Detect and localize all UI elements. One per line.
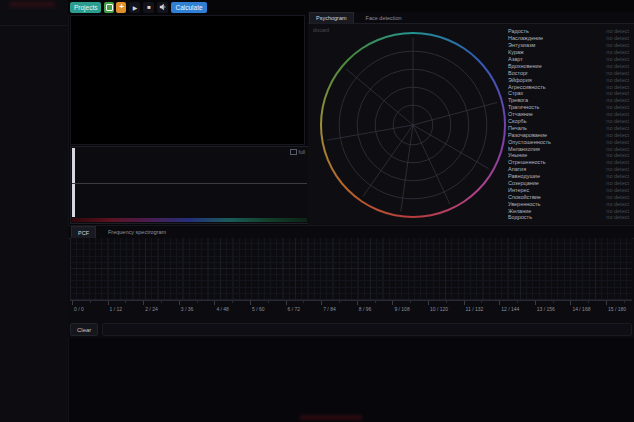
axis-tick-label: 5 / 60 <box>252 306 265 312</box>
emotion-name: Опустошенность <box>508 139 551 145</box>
axis-minor-tick <box>588 301 589 303</box>
waveform-panel[interactable]: full <box>70 146 309 224</box>
axis-minor-tick <box>90 301 91 303</box>
emotion-row: Меланхолияno detect <box>508 145 629 152</box>
axis-tick <box>143 301 144 305</box>
emotion-value: no detect <box>606 63 629 69</box>
axis-tick <box>250 301 251 305</box>
axis-tick <box>72 301 73 305</box>
full-zoom-toggle[interactable]: full <box>290 149 305 155</box>
emotion-name: Меланхолия <box>508 146 540 152</box>
emotion-value: no detect <box>606 28 629 34</box>
axis-tick-label: 0 / 0 <box>74 306 84 312</box>
emotion-name: Агрессивность <box>508 84 546 90</box>
axis-tick <box>535 301 536 305</box>
axis-minor-tick <box>303 301 304 303</box>
tab-frequency-spectrogram[interactable]: Frequency spectrogram <box>102 226 172 238</box>
unreadable-text-artifact <box>300 415 362 420</box>
tab-face-detection[interactable]: Face detection <box>360 12 408 23</box>
emotion-name: Апатия <box>508 166 526 172</box>
axis-minor-tick <box>232 301 233 303</box>
emotion-row: Разочарованиеno detect <box>508 131 629 138</box>
emotion-row: Куражno detect <box>508 49 629 56</box>
axis-tick <box>179 301 180 305</box>
emotion-row: Отрешенностьno detect <box>508 159 629 166</box>
seek-strip[interactable] <box>102 323 632 336</box>
axis-minor-tick <box>125 301 126 303</box>
waveform-zero-line <box>72 183 307 184</box>
axis-tick <box>464 301 465 305</box>
emotion-name: Интерес <box>508 187 529 193</box>
emotion-name: Азарт <box>508 56 523 62</box>
analysis-panel: Psychogram Face detection discard Радост… <box>308 12 634 225</box>
axis-tick-label: 14 / 168 <box>572 306 590 312</box>
emotion-row: Тревогаno detect <box>508 97 629 104</box>
axis-tick <box>214 301 215 305</box>
media-button[interactable] <box>104 2 114 13</box>
emotion-name: Вдохновение <box>508 63 542 69</box>
polar-grid <box>320 32 506 218</box>
emotion-value: no detect <box>606 111 629 117</box>
emotion-row: Наслаждениеno detect <box>508 35 629 42</box>
emotion-name: Уверенность <box>508 201 541 207</box>
emotion-row: Агрессивностьno detect <box>508 83 629 90</box>
emotion-name: Разочарование <box>508 132 547 138</box>
axis-tick-label: 6 / 72 <box>288 306 301 312</box>
tab-psychogram[interactable]: Psychogram <box>309 12 354 23</box>
plus-icon: + <box>119 3 124 11</box>
emotion-value: no detect <box>606 180 629 186</box>
emotion-value: no detect <box>606 152 629 158</box>
emotion-value: no detect <box>606 159 629 165</box>
spectrogram-controls: Clear <box>70 323 632 336</box>
emotion-name: Спокойствие <box>508 194 541 200</box>
axis-tick-label: 4 / 48 <box>216 306 229 312</box>
axis-tick <box>357 301 358 305</box>
calculate-button[interactable]: Calculate <box>171 2 206 13</box>
axis-minor-tick <box>517 301 518 303</box>
emotion-value: no detect <box>606 194 629 200</box>
emotion-name: Страх <box>508 90 523 96</box>
stop-button[interactable]: ■ <box>143 2 154 13</box>
tab-pcf[interactable]: PCF <box>71 226 96 238</box>
axis-minor-tick <box>339 301 340 303</box>
axis-tick <box>321 301 322 305</box>
emotion-name: Трагичность <box>508 104 539 110</box>
frame-icon <box>106 4 113 11</box>
emotion-row: Страхno detect <box>508 90 629 97</box>
emotion-value: no detect <box>606 49 629 55</box>
emotion-name: Отрешенность <box>508 159 546 165</box>
time-axis: 0 / 01 / 122 / 243 / 364 / 485 / 606 / 7… <box>70 300 632 317</box>
projects-button[interactable]: Projects <box>70 2 101 13</box>
emotion-value: no detect <box>606 84 629 90</box>
emotion-name: Печаль <box>508 125 527 131</box>
speaker-icon <box>159 3 167 11</box>
emotion-row: Скорбьno detect <box>508 118 629 125</box>
projects-sidebar <box>0 0 69 422</box>
clear-button[interactable]: Clear <box>70 323 98 336</box>
spectrogram-grid[interactable] <box>70 238 632 300</box>
video-preview-panel <box>70 15 305 145</box>
axis-minor-tick <box>268 301 269 303</box>
axis-minor-tick <box>410 301 411 303</box>
emotion-row: Печальno detect <box>508 124 629 131</box>
emotion-row: Вдохновениеno detect <box>508 62 629 69</box>
emotion-value: no detect <box>606 77 629 83</box>
axis-tick-label: 3 / 36 <box>181 306 194 312</box>
emotion-name: Равнодушие <box>508 173 540 179</box>
waveform-colorbar <box>72 218 307 222</box>
volume-button[interactable] <box>157 2 168 13</box>
play-button[interactable]: ▶ <box>129 2 140 13</box>
emotion-name: Отчаяние <box>508 111 533 117</box>
axis-tick <box>392 301 393 305</box>
emotion-row: Восторгno detect <box>508 69 629 76</box>
axis-tick-label: 11 / 132 <box>466 306 484 312</box>
axis-tick-label: 9 / 108 <box>394 306 409 312</box>
emotion-value: no detect <box>606 118 629 124</box>
psychogram-chart <box>320 32 506 218</box>
add-button[interactable]: + <box>116 2 126 13</box>
emotion-name: Восторг <box>508 70 528 76</box>
axis-tick-label: 8 / 96 <box>359 306 372 312</box>
emotion-row: Азартno detect <box>508 56 629 63</box>
axis-minor-tick <box>481 301 482 303</box>
emotion-row: Спокойствиеno detect <box>508 193 629 200</box>
